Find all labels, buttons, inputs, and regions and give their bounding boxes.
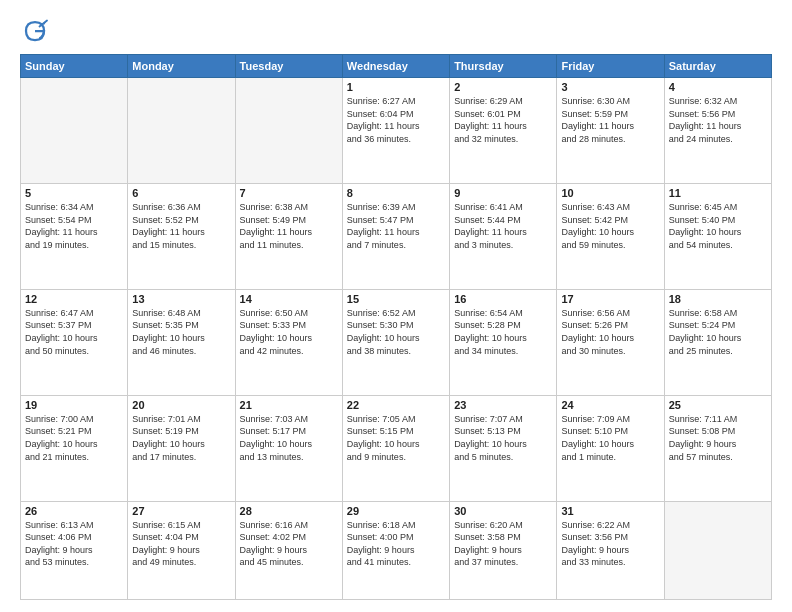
calendar-cell: 18Sunrise: 6:58 AM Sunset: 5:24 PM Dayli… <box>664 289 771 395</box>
calendar-cell: 2Sunrise: 6:29 AM Sunset: 6:01 PM Daylig… <box>450 78 557 184</box>
calendar-cell: 28Sunrise: 6:16 AM Sunset: 4:02 PM Dayli… <box>235 501 342 599</box>
day-info: Sunrise: 6:52 AM Sunset: 5:30 PM Dayligh… <box>347 307 445 357</box>
day-info: Sunrise: 7:01 AM Sunset: 5:19 PM Dayligh… <box>132 413 230 463</box>
day-info: Sunrise: 6:41 AM Sunset: 5:44 PM Dayligh… <box>454 201 552 251</box>
calendar-cell: 22Sunrise: 7:05 AM Sunset: 5:15 PM Dayli… <box>342 395 449 501</box>
day-info: Sunrise: 6:58 AM Sunset: 5:24 PM Dayligh… <box>669 307 767 357</box>
day-number: 26 <box>25 505 123 517</box>
calendar-cell <box>128 78 235 184</box>
day-header-thursday: Thursday <box>450 55 557 78</box>
calendar-cell: 14Sunrise: 6:50 AM Sunset: 5:33 PM Dayli… <box>235 289 342 395</box>
day-info: Sunrise: 7:03 AM Sunset: 5:17 PM Dayligh… <box>240 413 338 463</box>
day-info: Sunrise: 6:20 AM Sunset: 3:58 PM Dayligh… <box>454 519 552 569</box>
day-info: Sunrise: 6:34 AM Sunset: 5:54 PM Dayligh… <box>25 201 123 251</box>
day-number: 25 <box>669 399 767 411</box>
day-number: 11 <box>669 187 767 199</box>
calendar-cell: 27Sunrise: 6:15 AM Sunset: 4:04 PM Dayli… <box>128 501 235 599</box>
day-number: 7 <box>240 187 338 199</box>
day-info: Sunrise: 6:56 AM Sunset: 5:26 PM Dayligh… <box>561 307 659 357</box>
day-info: Sunrise: 6:38 AM Sunset: 5:49 PM Dayligh… <box>240 201 338 251</box>
day-info: Sunrise: 7:09 AM Sunset: 5:10 PM Dayligh… <box>561 413 659 463</box>
day-info: Sunrise: 6:47 AM Sunset: 5:37 PM Dayligh… <box>25 307 123 357</box>
day-number: 27 <box>132 505 230 517</box>
day-number: 30 <box>454 505 552 517</box>
calendar-cell: 25Sunrise: 7:11 AM Sunset: 5:08 PM Dayli… <box>664 395 771 501</box>
calendar-cell <box>235 78 342 184</box>
calendar-cell: 4Sunrise: 6:32 AM Sunset: 5:56 PM Daylig… <box>664 78 771 184</box>
calendar-cell: 5Sunrise: 6:34 AM Sunset: 5:54 PM Daylig… <box>21 183 128 289</box>
day-info: Sunrise: 6:32 AM Sunset: 5:56 PM Dayligh… <box>669 95 767 145</box>
page: SundayMondayTuesdayWednesdayThursdayFrid… <box>0 0 792 612</box>
logo-icon <box>20 16 50 46</box>
day-info: Sunrise: 6:43 AM Sunset: 5:42 PM Dayligh… <box>561 201 659 251</box>
day-number: 24 <box>561 399 659 411</box>
day-number: 2 <box>454 81 552 93</box>
day-number: 1 <box>347 81 445 93</box>
calendar-cell: 7Sunrise: 6:38 AM Sunset: 5:49 PM Daylig… <box>235 183 342 289</box>
day-number: 4 <box>669 81 767 93</box>
day-info: Sunrise: 6:27 AM Sunset: 6:04 PM Dayligh… <box>347 95 445 145</box>
calendar-week-5: 26Sunrise: 6:13 AM Sunset: 4:06 PM Dayli… <box>21 501 772 599</box>
calendar-cell: 9Sunrise: 6:41 AM Sunset: 5:44 PM Daylig… <box>450 183 557 289</box>
calendar-cell: 19Sunrise: 7:00 AM Sunset: 5:21 PM Dayli… <box>21 395 128 501</box>
calendar-table: SundayMondayTuesdayWednesdayThursdayFrid… <box>20 54 772 600</box>
day-number: 14 <box>240 293 338 305</box>
calendar-cell: 10Sunrise: 6:43 AM Sunset: 5:42 PM Dayli… <box>557 183 664 289</box>
day-number: 20 <box>132 399 230 411</box>
day-info: Sunrise: 6:29 AM Sunset: 6:01 PM Dayligh… <box>454 95 552 145</box>
calendar-cell: 1Sunrise: 6:27 AM Sunset: 6:04 PM Daylig… <box>342 78 449 184</box>
day-number: 8 <box>347 187 445 199</box>
day-header-monday: Monday <box>128 55 235 78</box>
calendar-cell <box>664 501 771 599</box>
calendar-week-2: 5Sunrise: 6:34 AM Sunset: 5:54 PM Daylig… <box>21 183 772 289</box>
day-number: 28 <box>240 505 338 517</box>
calendar-cell: 29Sunrise: 6:18 AM Sunset: 4:00 PM Dayli… <box>342 501 449 599</box>
day-info: Sunrise: 6:30 AM Sunset: 5:59 PM Dayligh… <box>561 95 659 145</box>
day-number: 10 <box>561 187 659 199</box>
day-info: Sunrise: 7:05 AM Sunset: 5:15 PM Dayligh… <box>347 413 445 463</box>
header <box>20 16 772 46</box>
day-header-wednesday: Wednesday <box>342 55 449 78</box>
day-info: Sunrise: 6:18 AM Sunset: 4:00 PM Dayligh… <box>347 519 445 569</box>
calendar-cell <box>21 78 128 184</box>
day-info: Sunrise: 6:39 AM Sunset: 5:47 PM Dayligh… <box>347 201 445 251</box>
day-number: 18 <box>669 293 767 305</box>
calendar-cell: 13Sunrise: 6:48 AM Sunset: 5:35 PM Dayli… <box>128 289 235 395</box>
day-number: 15 <box>347 293 445 305</box>
day-header-tuesday: Tuesday <box>235 55 342 78</box>
day-number: 21 <box>240 399 338 411</box>
calendar-week-3: 12Sunrise: 6:47 AM Sunset: 5:37 PM Dayli… <box>21 289 772 395</box>
day-header-saturday: Saturday <box>664 55 771 78</box>
calendar-header-row: SundayMondayTuesdayWednesdayThursdayFrid… <box>21 55 772 78</box>
day-number: 12 <box>25 293 123 305</box>
day-header-friday: Friday <box>557 55 664 78</box>
day-info: Sunrise: 7:00 AM Sunset: 5:21 PM Dayligh… <box>25 413 123 463</box>
calendar-cell: 8Sunrise: 6:39 AM Sunset: 5:47 PM Daylig… <box>342 183 449 289</box>
day-number: 9 <box>454 187 552 199</box>
day-header-sunday: Sunday <box>21 55 128 78</box>
day-info: Sunrise: 6:13 AM Sunset: 4:06 PM Dayligh… <box>25 519 123 569</box>
calendar-cell: 3Sunrise: 6:30 AM Sunset: 5:59 PM Daylig… <box>557 78 664 184</box>
day-number: 22 <box>347 399 445 411</box>
day-number: 29 <box>347 505 445 517</box>
calendar-cell: 23Sunrise: 7:07 AM Sunset: 5:13 PM Dayli… <box>450 395 557 501</box>
day-info: Sunrise: 7:11 AM Sunset: 5:08 PM Dayligh… <box>669 413 767 463</box>
day-number: 6 <box>132 187 230 199</box>
day-info: Sunrise: 7:07 AM Sunset: 5:13 PM Dayligh… <box>454 413 552 463</box>
calendar-cell: 16Sunrise: 6:54 AM Sunset: 5:28 PM Dayli… <box>450 289 557 395</box>
day-info: Sunrise: 6:22 AM Sunset: 3:56 PM Dayligh… <box>561 519 659 569</box>
day-number: 17 <box>561 293 659 305</box>
calendar-cell: 12Sunrise: 6:47 AM Sunset: 5:37 PM Dayli… <box>21 289 128 395</box>
calendar-cell: 31Sunrise: 6:22 AM Sunset: 3:56 PM Dayli… <box>557 501 664 599</box>
calendar-cell: 30Sunrise: 6:20 AM Sunset: 3:58 PM Dayli… <box>450 501 557 599</box>
day-info: Sunrise: 6:36 AM Sunset: 5:52 PM Dayligh… <box>132 201 230 251</box>
calendar-cell: 17Sunrise: 6:56 AM Sunset: 5:26 PM Dayli… <box>557 289 664 395</box>
calendar-cell: 11Sunrise: 6:45 AM Sunset: 5:40 PM Dayli… <box>664 183 771 289</box>
day-number: 5 <box>25 187 123 199</box>
calendar-cell: 26Sunrise: 6:13 AM Sunset: 4:06 PM Dayli… <box>21 501 128 599</box>
day-number: 16 <box>454 293 552 305</box>
calendar-week-1: 1Sunrise: 6:27 AM Sunset: 6:04 PM Daylig… <box>21 78 772 184</box>
calendar-cell: 15Sunrise: 6:52 AM Sunset: 5:30 PM Dayli… <box>342 289 449 395</box>
day-number: 19 <box>25 399 123 411</box>
day-number: 13 <box>132 293 230 305</box>
